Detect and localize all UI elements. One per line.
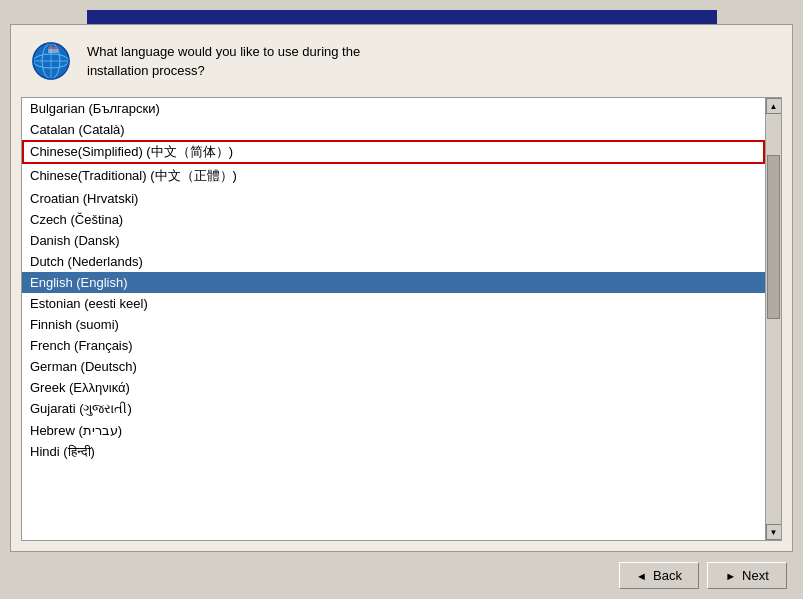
language-list-item[interactable]: English (English) [22, 272, 765, 293]
list-area: Bulgarian (Български)Catalan (Català)Chi… [21, 97, 782, 541]
language-list-item[interactable]: Chinese(Traditional) (中文（正體）) [22, 164, 765, 188]
language-list-item[interactable]: Danish (Dansk) [22, 230, 765, 251]
language-list-item[interactable]: Catalan (Català) [22, 119, 765, 140]
header-text: What language would you like to use duri… [87, 42, 360, 81]
language-list-item[interactable]: Estonian (eesti keel) [22, 293, 765, 314]
language-list-item[interactable]: Hebrew (עברית) [22, 420, 765, 441]
next-button-label: Next [742, 568, 769, 583]
svg-rect-7 [48, 47, 58, 49]
language-list-item[interactable]: Gujarati (ગુજરાતી) [22, 398, 765, 420]
language-list-item[interactable]: Chinese(Simplified) (中文（简体）) [22, 140, 765, 164]
language-list-item[interactable]: Dutch (Nederlands) [22, 251, 765, 272]
language-list-item[interactable]: French (Français) [22, 335, 765, 356]
scrollbar-track[interactable]: ▲ ▼ [765, 98, 781, 540]
next-icon: ► [725, 570, 736, 582]
scrollbar-thumb[interactable] [767, 155, 780, 319]
back-icon: ◄ [636, 570, 647, 582]
back-button-label: Back [653, 568, 682, 583]
top-banner [87, 10, 717, 24]
back-button[interactable]: ◄ Back [619, 562, 699, 589]
language-list-item[interactable]: Greek (Ελληνικά) [22, 377, 765, 398]
language-list-item[interactable]: Hindi (हिन्दी) [22, 441, 765, 463]
scrollbar-up-button[interactable]: ▲ [766, 98, 782, 114]
globe-icon [31, 41, 71, 81]
scrollbar-thumb-area [766, 114, 781, 524]
language-list-item[interactable]: Czech (Čeština) [22, 209, 765, 230]
language-list-item[interactable]: Croatian (Hrvatski) [22, 188, 765, 209]
language-list-item[interactable]: German (Deutsch) [22, 356, 765, 377]
header-question-text: What language would you like to use duri… [87, 44, 360, 79]
next-button[interactable]: ► Next [707, 562, 787, 589]
scrollbar-down-button[interactable]: ▼ [766, 524, 782, 540]
main-container: What language would you like to use duri… [10, 24, 793, 552]
header-section: What language would you like to use duri… [11, 25, 792, 97]
footer-section: ◄ Back ► Next [0, 552, 803, 599]
language-list-item[interactable]: Bulgarian (Български) [22, 98, 765, 119]
language-list-item[interactable]: Finnish (suomi) [22, 314, 765, 335]
language-list[interactable]: Bulgarian (Български)Catalan (Català)Chi… [22, 98, 765, 540]
